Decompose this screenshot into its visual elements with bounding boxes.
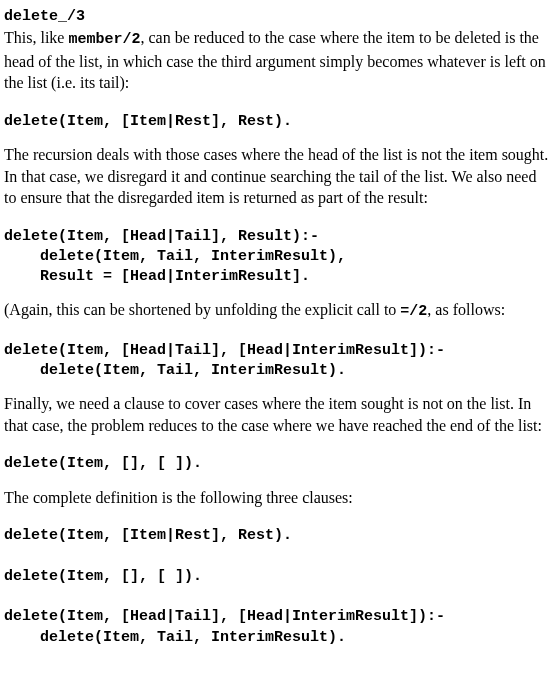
code-block-2: delete(Item, [Head|Tail], Result):- dele… xyxy=(4,227,552,288)
para-2: The recursion deals with those cases whe… xyxy=(4,144,552,209)
inline-code-eq: =/2 xyxy=(400,303,427,320)
para-3b: , as follows: xyxy=(427,301,505,318)
section-heading: delete_/3 xyxy=(4,8,85,25)
para-5: The complete definition is the following… xyxy=(4,487,552,509)
code-block-5: delete(Item, [Item|Rest], Rest). delete(… xyxy=(4,526,552,648)
intro-block: delete_/3 This, like member/2, can be re… xyxy=(4,4,552,94)
inline-code-member: member/2 xyxy=(68,31,140,48)
para-4: Finally, we need a clause to cover cases… xyxy=(4,393,552,436)
para-3: (Again, this can be shortened by unfoldi… xyxy=(4,299,552,322)
para-1a: This, like xyxy=(4,29,68,46)
code-block-3: delete(Item, [Head|Tail], [Head|InterimR… xyxy=(4,341,552,382)
code-block-4: delete(Item, [], [ ]). xyxy=(4,454,552,474)
para-3a: (Again, this can be shortened by unfoldi… xyxy=(4,301,400,318)
code-block-1: delete(Item, [Item|Rest], Rest). xyxy=(4,112,552,132)
